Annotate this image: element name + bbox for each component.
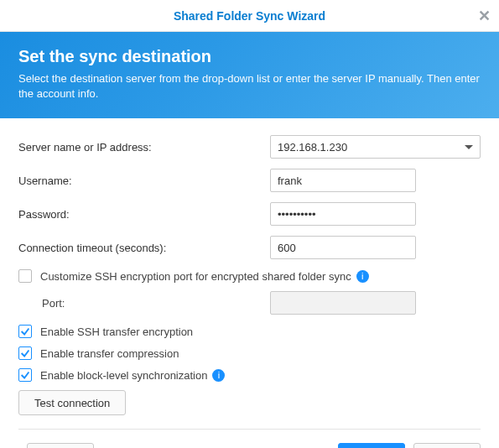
back-button[interactable]: Back [27, 443, 94, 448]
username-label: Username: [18, 175, 270, 187]
port-input [270, 291, 416, 315]
cancel-button[interactable]: Cancel [413, 443, 481, 448]
block-sync-label: Enable block-level synchronization [40, 369, 207, 382]
port-label: Port: [42, 297, 270, 310]
server-select[interactable]: 192.168.1.230 [270, 135, 481, 159]
timeout-label: Connection timeout (seconds): [18, 242, 270, 254]
footer: Back Next Cancel [0, 443, 499, 448]
close-icon[interactable]: ✕ [478, 0, 491, 32]
compression-label: Enable transfer compression [40, 347, 179, 360]
hero-banner: Set the sync destination Select the dest… [0, 32, 499, 118]
password-label: Password: [18, 208, 270, 221]
customize-port-label: Customize SSH encryption port for encryp… [40, 270, 351, 283]
form-body: Server name or IP address: 192.168.1.230… [0, 118, 499, 443]
password-input[interactable] [270, 202, 416, 226]
window-title: Shared Folder Sync Wizard [174, 9, 325, 23]
ssh-encryption-checkbox[interactable] [18, 325, 32, 338]
title-bar: Shared Folder Sync Wizard ✕ [0, 0, 499, 32]
separator [18, 429, 481, 430]
test-connection-button[interactable]: Test connection [18, 390, 126, 415]
info-icon[interactable]: i [356, 270, 369, 283]
ssh-encryption-label: Enable SSH transfer encryption [40, 326, 193, 338]
username-input[interactable] [270, 169, 416, 192]
page-heading: Set the sync destination [18, 47, 481, 66]
block-sync-checkbox[interactable] [18, 368, 32, 382]
customize-port-checkbox[interactable] [18, 269, 32, 283]
timeout-input[interactable] [270, 236, 416, 259]
server-select-value: 192.168.1.230 [278, 141, 347, 154]
info-icon[interactable]: i [212, 369, 225, 382]
chevron-down-icon [465, 145, 473, 149]
next-button[interactable]: Next [338, 443, 405, 448]
compression-checkbox[interactable] [18, 346, 32, 360]
page-subtext: Select the destination server from the d… [18, 71, 481, 102]
server-label: Server name or IP address: [18, 141, 270, 154]
